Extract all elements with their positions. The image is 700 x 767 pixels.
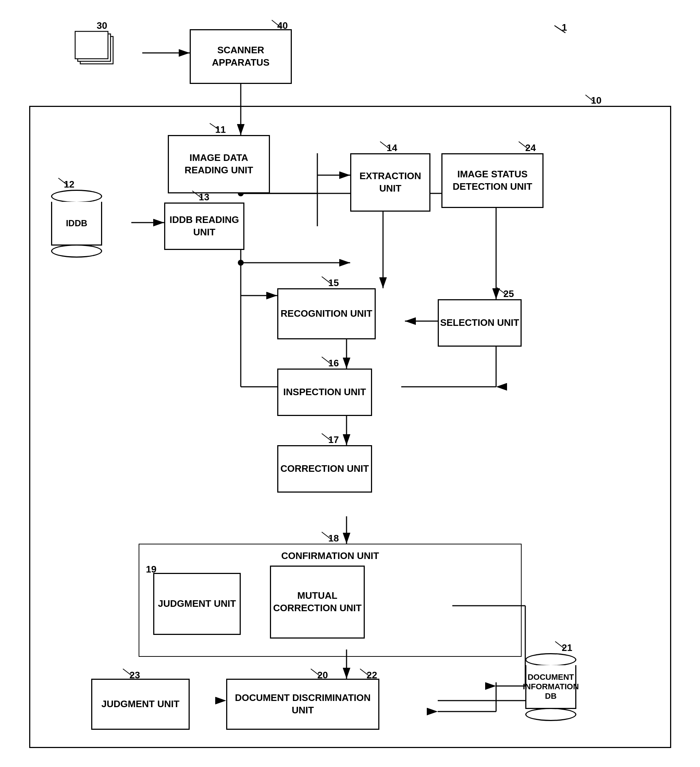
ref40-arrow <box>266 16 288 31</box>
ref18-arrow <box>317 529 337 542</box>
judgment-outer-label: JUDGMENT UNIT <box>102 698 180 710</box>
document-stack <box>73 29 120 69</box>
extraction-label: EXTRACTION UNIT <box>351 170 430 195</box>
ref14-arrow <box>376 138 396 151</box>
selection-box: SELECTION UNIT <box>438 299 522 347</box>
ref16-arrow <box>317 354 337 367</box>
svg-line-54 <box>360 669 369 676</box>
iddb-reading-box: IDDB READING UNIT <box>164 202 244 250</box>
svg-line-49 <box>497 288 506 295</box>
ref10-arrow <box>580 91 602 106</box>
ref-30-label: 30 <box>97 20 107 31</box>
ref17-arrow <box>317 431 337 443</box>
svg-line-56 <box>555 641 565 649</box>
svg-line-51 <box>322 433 331 441</box>
image-data-reading-label: IMAGE DATA READING UNIT <box>169 152 269 177</box>
ref11-arrow <box>204 120 226 133</box>
iddb-cylinder: IDDB <box>51 190 102 258</box>
ref15-arrow <box>317 274 337 286</box>
ref-19-label: 19 <box>146 564 156 575</box>
iddb-reading-label: IDDB READING UNIT <box>165 214 243 239</box>
judgment-outer-box: JUDGMENT UNIT <box>91 679 190 730</box>
svg-line-46 <box>380 142 390 149</box>
document-discrimination-label: DOCUMENT DISCRIMINATION UNIT <box>227 692 378 717</box>
document-discrimination-box: DOCUMENT DISCRIMINATION UNIT <box>226 679 379 730</box>
iddb-label: IDDB <box>66 218 88 228</box>
ref13-arrow <box>188 188 208 201</box>
svg-line-50 <box>322 357 331 364</box>
recognition-box: RECOGNITION UNIT <box>277 288 376 339</box>
svg-line-37 <box>554 25 565 33</box>
judgment-inner-label: JUDGMENT UNIT <box>158 598 236 610</box>
svg-line-44 <box>58 178 68 185</box>
ref25-arrow <box>492 285 512 298</box>
recognition-label: RECOGNITION UNIT <box>280 308 372 320</box>
judgment-inner-box: JUDGMENT UNIT <box>153 573 241 635</box>
svg-line-52 <box>322 532 331 539</box>
svg-line-43 <box>210 123 219 129</box>
ref23-arrow <box>119 666 138 679</box>
image-status-detection-label: IMAGE STATUS DETECTION UNIT <box>442 168 542 193</box>
svg-rect-40 <box>75 31 108 59</box>
ref12-arrow <box>54 175 74 188</box>
ref21-arrow <box>551 638 571 651</box>
svg-line-42 <box>585 95 595 102</box>
image-status-detection-box: IMAGE STATUS DETECTION UNIT <box>441 153 544 208</box>
cylinder-body: IDDB <box>51 202 102 245</box>
confirmation-label: CONFIRMATION UNIT <box>281 550 379 562</box>
ref1-arrow <box>544 18 573 37</box>
svg-line-53 <box>311 669 320 676</box>
doc-info-cylinder-bottom <box>525 708 576 721</box>
svg-line-47 <box>519 142 528 149</box>
document-stack-svg <box>73 29 120 69</box>
svg-line-55 <box>123 669 132 676</box>
mutual-correction-box: MUTUAL CORRECTION UNIT <box>270 566 365 638</box>
correction-label: CORRECTION UNIT <box>280 463 369 475</box>
ref20-arrow <box>306 666 326 679</box>
doc-info-cylinder-top <box>525 653 576 666</box>
inspection-box: INSPECTION UNIT <box>277 369 372 416</box>
extraction-box: EXTRACTION UNIT <box>350 153 430 212</box>
svg-line-48 <box>322 277 331 284</box>
cylinder-bottom-cap <box>51 245 102 258</box>
scanner-label: SCANNER APPARATUS <box>191 44 291 69</box>
ref22-arrow <box>356 666 376 679</box>
svg-line-45 <box>192 191 202 198</box>
image-data-reading-box: IMAGE DATA READING UNIT <box>168 135 270 193</box>
scanner-apparatus-box: SCANNER APPARATUS <box>190 29 292 84</box>
correction-box: CORRECTION UNIT <box>277 445 372 493</box>
doc-info-db-label: DOCUMENT INFORMATION DB <box>523 673 579 701</box>
ref24-arrow <box>514 138 535 151</box>
cylinder-top <box>51 190 102 203</box>
mutual-correction-label: MUTUAL CORRECTION UNIT <box>271 590 364 614</box>
selection-label: SELECTION UNIT <box>440 317 519 329</box>
doc-info-db-cylinder: DOCUMENT INFORMATION DB <box>525 653 576 721</box>
diagram-container: 1 30 SCANNER APPARATUS 40 10 IMAGE DATA … <box>0 0 700 767</box>
svg-line-41 <box>272 20 281 27</box>
doc-info-cylinder-body: DOCUMENT INFORMATION DB <box>525 665 576 709</box>
inspection-label: INSPECTION UNIT <box>283 386 366 398</box>
